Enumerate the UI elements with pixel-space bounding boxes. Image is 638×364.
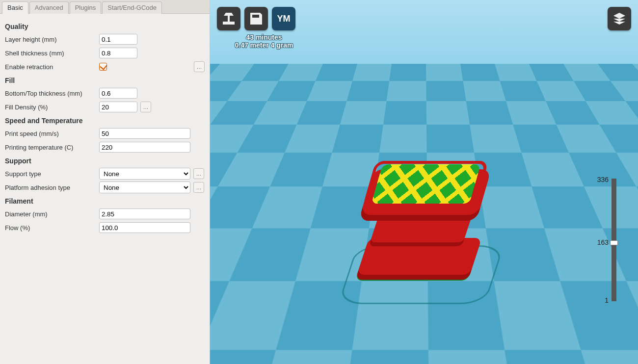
model-outline (362, 161, 488, 208)
fill-settings-button[interactable]: … (140, 102, 151, 112)
section-filament: Filament (5, 197, 205, 205)
print-estimate: 43 minutes 0.47 meter 4 gram (220, 33, 308, 49)
bottom-top-input[interactable] (99, 88, 137, 99)
layers-icon (611, 11, 627, 26)
layer-height-input[interactable] (99, 34, 137, 45)
section-support: Support (5, 157, 205, 165)
diameter-label: Diameter (mm) (5, 210, 99, 218)
layer-max: 336 (597, 176, 609, 183)
adhesion-settings-button[interactable]: … (193, 182, 204, 193)
tab-basic[interactable]: Basic (2, 1, 28, 14)
tab-plugins[interactable]: Plugins (70, 1, 102, 14)
tab-gcode[interactable]: Start/End-GCode (102, 1, 162, 14)
model-preview[interactable] (347, 152, 505, 299)
section-quality: Quality (5, 23, 205, 30)
shell-thickness-input[interactable] (99, 48, 137, 58)
enable-retraction-label: Enable retraction (5, 63, 99, 71)
layer-height-label: Layer height (mm) (5, 36, 99, 43)
support-type-select[interactable]: None (99, 168, 190, 180)
layer-slider[interactable]: 336 163 1 (611, 179, 616, 301)
flow-label: Flow (%) (5, 224, 99, 232)
support-settings-button[interactable]: … (193, 168, 204, 179)
view-mode-button[interactable] (608, 7, 631, 30)
print-temp-label: Printing temperature (C) (5, 144, 99, 151)
tab-advanced[interactable]: Advanced (29, 1, 69, 14)
material-estimate: 0.47 meter 4 gram (220, 41, 308, 49)
ym-label: YM (277, 14, 291, 24)
save-icon (248, 11, 264, 26)
toolbar: YM (217, 7, 295, 30)
3d-viewport[interactable]: YM 43 minutes 0.47 meter 4 gram 336 163 … (210, 0, 638, 364)
tab-bar: Basic Advanced Plugins Start/End-GCode (0, 0, 210, 14)
retraction-settings-button[interactable]: … (194, 61, 205, 72)
section-speed-temp: Speed and Temperature (5, 117, 205, 125)
save-gcode-button[interactable] (244, 7, 268, 30)
load-icon (221, 11, 237, 26)
print-temp-input[interactable] (99, 142, 190, 153)
youmagine-button[interactable]: YM (272, 7, 295, 30)
fill-density-label: Fill Density (%) (5, 104, 99, 111)
adhesion-type-select[interactable]: None (99, 182, 190, 193)
layer-current: 163 (597, 238, 609, 246)
fill-density-input[interactable] (99, 102, 137, 112)
layer-min: 1 (605, 296, 609, 304)
enable-retraction-checkbox[interactable] (99, 63, 107, 71)
shell-thickness-label: Shell thickness (mm) (5, 50, 99, 57)
bottom-top-label: Bottom/Top thickness (mm) (5, 90, 99, 97)
support-type-label: Support type (5, 170, 99, 178)
settings-panel: Basic Advanced Plugins Start/End-GCode Q… (0, 0, 210, 364)
adhesion-type-label: Platform adhesion type (5, 184, 99, 191)
print-speed-input[interactable] (99, 128, 190, 139)
flow-input[interactable] (99, 222, 190, 233)
settings-body: Quality Layer height (mm) Shell thicknes… (0, 14, 210, 240)
layer-slider-knob[interactable] (610, 240, 618, 245)
time-estimate: 43 minutes (220, 33, 308, 41)
diameter-input[interactable] (99, 208, 190, 219)
print-speed-label: Print speed (mm/s) (5, 130, 99, 137)
section-fill: Fill (5, 77, 205, 84)
load-model-button[interactable] (217, 7, 240, 30)
